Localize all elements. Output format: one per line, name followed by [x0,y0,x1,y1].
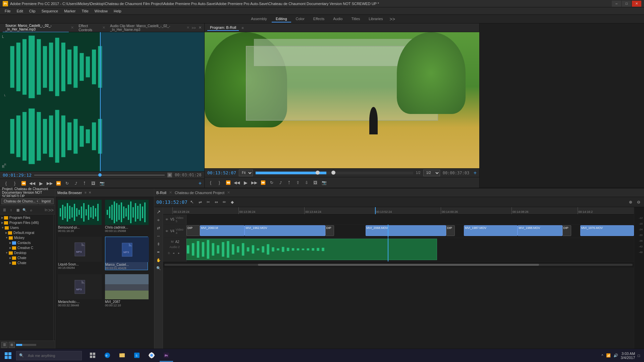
prog-btn-insert[interactable]: ⭜ [277,179,284,186]
timeline-tool-pen[interactable]: ✏ [221,199,228,205]
source-btn-camera[interactable]: 📷 [99,180,105,187]
v4-clip-dip2[interactable]: DIP [325,225,334,236]
premiere-btn[interactable]: Pr [160,350,173,362]
prog-btn-mark-in[interactable]: { [207,179,214,186]
source-btn-mark-in[interactable]: { [3,180,9,187]
tree-item-chate-2[interactable]: ▶ Chate [0,260,53,265]
v4-clip-mvi1987[interactable]: MVI_1987.MOV [464,225,518,236]
tool-slip[interactable]: ↔ [155,233,162,239]
source-zoom-icon[interactable]: ⊠ [167,173,172,177]
ingest-button[interactable]: Ingest [39,198,54,204]
tree-item-default-migrat[interactable]: ▶ Default.migrat [0,230,53,235]
v4-clip-mvi1962[interactable]: MVI_1962.MOV [245,225,325,236]
prog-btn-rewind[interactable]: ◀◀ [233,179,240,186]
project-filter-icon[interactable]: ☰ [1,207,7,213]
prog-btn-lift[interactable]: ⇪ [294,179,301,186]
tool-ripple[interactable]: ⇄ [155,225,162,231]
v4-clip-mvi2060[interactable]: MVI_2060.M [200,225,245,236]
v4-clip-mvi1988[interactable]: MVI_1988.MOV [518,225,562,236]
project-new-bin-icon[interactable]: ▦ [15,207,21,213]
timeline-tool-ripple[interactable]: ⇌ [197,199,204,205]
program-fit-select[interactable]: Fit [239,170,253,176]
project-search-icon[interactable]: 🔍 [21,207,28,213]
taskview-btn[interactable] [86,350,99,362]
program-playhead[interactable] [316,171,320,175]
tree-item-contacts[interactable]: ▶ Contacts [0,240,53,245]
minimize-button[interactable]: – [612,1,621,7]
source-add-btn[interactable]: + [199,180,202,186]
track-v5-visibility[interactable]: 👁 [165,217,169,222]
menu-marker[interactable]: Marker [61,8,78,14]
project-sort-icon[interactable]: ↕ [8,207,14,213]
tray-expand[interactable]: ^ [601,354,603,358]
source-btn-mark-out[interactable]: } [11,180,18,187]
menu-clip[interactable]: Clip [26,8,38,14]
prog-btn-forward[interactable]: ▶▶ [251,179,258,186]
tab-audio[interactable]: Audio [329,16,346,22]
source-btn-insert[interactable]: ⭜ [72,180,79,187]
tree-item-program-files-x86[interactable]: ▶ Program Files (x86) [0,220,53,225]
menu-window[interactable]: Window [92,8,110,14]
tool-zoom[interactable]: 🔍 [155,265,162,272]
source-timeline-bar[interactable] [34,175,165,176]
media-item-selected[interactable]: MP3 Marco_Castel... 00:03:01:40428 [105,237,148,270]
project-name-button[interactable]: Chateau de Chumo... ▾ [1,198,38,204]
project-in-out-btn[interactable]: In [45,208,47,212]
program-timeline-bar[interactable] [256,172,413,174]
prog-btn-mark-out[interactable]: } [216,179,223,186]
source-btn-play[interactable]: ▶ [38,180,44,187]
tab-effect-controls[interactable]: Effect Controls [76,23,100,33]
v4-clip-dip3[interactable]: DIP [446,225,455,236]
thumbnail-view-btn[interactable]: ⊞ [9,342,15,348]
media-item-video[interactable]: MVI_2087 00:00:12:10 [105,274,148,307]
prog-btn-next-step[interactable]: ⏩ [260,179,266,186]
menu-file[interactable]: File [2,8,13,14]
source-panel-menu[interactable]: >> [192,26,196,30]
workspace-more-icon[interactable]: >> [387,16,397,22]
tool-razor[interactable]: ⎆ [155,217,162,223]
timeline-zoom-in[interactable]: ⊕ [627,199,634,205]
prog-btn-loop[interactable]: ↻ [268,179,275,186]
clock-date[interactable]: 3:03 AM 3/4/2017 [621,352,635,360]
source-btn-rewind[interactable]: ◀◀ [29,180,36,187]
a2-audio-clip[interactable] [186,239,437,260]
source-btn-forward[interactable]: ▶▶ [46,180,53,187]
timeline-scroll-thumb[interactable] [258,264,539,266]
source-btn-back-step[interactable]: ⏪ [20,180,27,187]
track-a2-minus[interactable]: ◂ [171,251,176,255]
edge-btn[interactable]: e [101,350,114,362]
source-btn-export[interactable]: 🖼 [90,180,97,187]
store-btn[interactable]: S [130,350,144,362]
track-a2-mute[interactable]: M [170,239,174,244]
timeline-ruler[interactable]: 00:13:28:24 00:13:36:24 00:13:44:24 00:1… [163,207,634,215]
close-button[interactable]: ✕ [632,1,641,7]
tab-program[interactable]: Program: B-Roll [207,25,239,31]
tab-assembly[interactable]: Assembly [247,16,271,22]
track-v4-visibility[interactable]: 👁 [165,229,169,234]
timeline-timecode[interactable]: 00:13:52:07 [156,199,187,205]
tab-editing[interactable]: Editing [272,16,291,22]
project-find-icon[interactable]: ⌕ [28,207,34,213]
source-btn-loop[interactable]: ↻ [64,180,70,187]
list-view-btn[interactable]: ☰ [1,342,7,348]
media-item[interactable]: Bensound-pi... 00:01:16:20 [58,200,101,233]
tool-select[interactable]: ↗ [155,208,162,215]
notifications-icon[interactable]: □ [638,354,640,358]
media-grid[interactable]: Bensound-pi... 00:01:16:20 [55,197,154,349]
tree-item-desktop[interactable]: ▼ Desktop [0,250,53,255]
timeline-zoom-out[interactable]: ⊖ [635,199,642,205]
track-a2-content[interactable] [186,238,634,261]
menu-edit[interactable]: Edit [14,8,26,14]
prog-btn-export[interactable]: 🖼 [312,179,319,186]
tab-titles[interactable]: Titles [347,16,364,22]
timeline-scrollbar[interactable] [163,261,634,267]
source-btn-next-step[interactable]: ⏩ [55,180,62,187]
timeline-project-tab[interactable]: Chateau de Chaumont Project [175,191,224,195]
prog-btn-play[interactable]: ▶ [242,179,249,186]
media-item[interactable]: MP3 Melancholic-... 00:03:32:38448 [58,274,101,307]
chrome-btn[interactable] [145,350,158,362]
program-page-select[interactable]: 1/2 [423,170,440,176]
start-button[interactable] [1,350,15,361]
maximize-button[interactable]: □ [622,1,631,7]
timeline-tab[interactable]: B-Roll [156,191,166,195]
